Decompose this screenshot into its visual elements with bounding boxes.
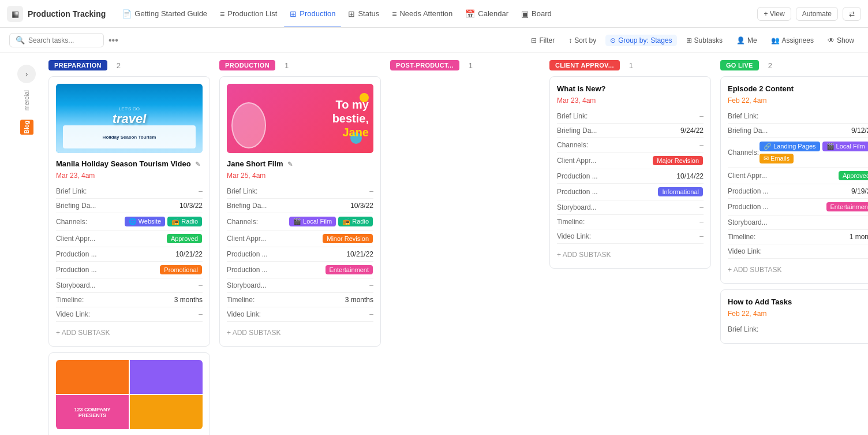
storyboard-label: Storyboard...: [557, 203, 597, 211]
tab-label: Calendar: [478, 9, 508, 18]
prod-date-value: 10/14/22: [676, 172, 704, 180]
tab-production-list[interactable]: ≡ Production List: [214, 3, 283, 24]
field-prod-date: Production ... 10/21/22: [56, 247, 203, 262]
channels-label: Channels:: [557, 141, 588, 149]
prod-date-value: 9/19/22: [851, 187, 868, 195]
automate-button[interactable]: Automate: [796, 7, 838, 21]
card-what-is-new[interactable]: What is New? Mar 23, 4am Brief Link: – B…: [549, 76, 711, 269]
assignees-button[interactable]: 👥 Assignees: [766, 35, 818, 46]
field-briefing: Briefing Da... 9/12/22: [728, 124, 868, 138]
card-title: Episode 2 Content: [728, 84, 868, 94]
tag-website: 🌐 Website: [125, 217, 166, 226]
share-button[interactable]: ⇄: [843, 7, 861, 21]
channels-label: Channels:: [227, 218, 258, 226]
tab-calendar[interactable]: 📅 Calendar: [459, 3, 514, 24]
card-123[interactable]: 123 COMPANYPRESENTS 123 Co. Team Buildin…: [48, 352, 210, 435]
field-brief: Brief Link: –: [728, 322, 868, 336]
field-storyboard: Storyboard... –: [557, 200, 704, 215]
field-briefing: Briefing Da... 9/24/22: [557, 124, 704, 138]
add-subtask[interactable]: + ADD SUBTASK: [557, 248, 704, 261]
production-badge: PRODUCTION: [219, 60, 275, 70]
video-label: Video Link:: [227, 310, 261, 318]
field-timeline: Timeline: 3 months: [227, 293, 373, 307]
sort-button[interactable]: ↕ Sort by: [564, 35, 601, 46]
production-count: 1: [285, 61, 289, 70]
card-jane[interactable]: To mybestie,Jane Jane Short Film ✎ Mar 2…: [219, 76, 381, 347]
field-channels: Channels: 🎬 Local Film 📻 Radio: [227, 213, 373, 230]
tab-status[interactable]: ⊞ Status: [342, 3, 385, 24]
briefing-value: 10/3/22: [179, 202, 203, 210]
group-button[interactable]: ⊙ Group by: Stages: [605, 35, 676, 46]
prod-date-value: 10/21/22: [175, 250, 203, 258]
view-button[interactable]: + View: [757, 7, 791, 21]
subtasks-button[interactable]: ⊞ Subtasks: [682, 35, 727, 46]
tab-label: Getting Started Guide: [134, 9, 207, 18]
field-prod-date: Production ... 10/14/22: [557, 169, 704, 184]
storyboard-label: Storyboard...: [227, 281, 267, 289]
brief-label: Brief Link:: [728, 112, 758, 120]
briefing-value: 9/24/22: [680, 127, 704, 135]
top-nav: ▦ Production Tracking 📄 Getting Started …: [0, 0, 868, 28]
field-brief: Brief Link: –: [56, 184, 203, 199]
field-timeline: Timeline: –: [557, 215, 704, 229]
tab-needs-attention[interactable]: ≡ Needs Attention: [386, 3, 458, 24]
field-client: Client Appr... Minor Revision: [227, 230, 373, 247]
img-cell-2: [130, 360, 203, 394]
channels-label: Channels:: [56, 218, 87, 226]
tab-getting-started[interactable]: 📄 Getting Started Guide: [116, 3, 213, 24]
card-title: Jane Short Film ✎: [227, 159, 373, 169]
field-brief: Brief Link: –: [227, 184, 373, 199]
search-box[interactable]: 🔍: [9, 33, 104, 47]
brief-value: –: [699, 112, 704, 120]
more-options-icon[interactable]: •••: [108, 35, 118, 46]
prod-date-value: 10/21/22: [346, 250, 373, 258]
prod-date-label: Production ...: [56, 250, 97, 258]
tab-production[interactable]: ⊞ Production: [284, 3, 341, 24]
post-count: 1: [469, 61, 473, 70]
card-manila[interactable]: LET'S GO travel — Holiday Season Tourism…: [48, 76, 210, 347]
storyboard-label: Storyboard...: [728, 218, 768, 226]
add-subtask[interactable]: + ADD SUBTASK: [227, 326, 373, 339]
preparation-badge: PREPARATION: [48, 60, 107, 70]
tag-emails: ✉ Emails: [760, 154, 794, 163]
channels-tags: 🎬 Local Film 📻 Radio: [289, 216, 373, 227]
field-channels: Channels: 🔗 Landing Pages 🎬 Local Film ✉…: [728, 138, 868, 168]
card-title: What is New?: [557, 84, 704, 94]
prod-type-label: Production ...: [227, 266, 268, 274]
briefing-label: Briefing Da...: [56, 202, 96, 210]
collapsed-column[interactable]: › mercial Blog: [9, 60, 44, 135]
sort-icon: ↕: [568, 36, 572, 44]
search-input[interactable]: [28, 36, 98, 44]
add-subtask[interactable]: + ADD SUBTASK: [56, 326, 203, 339]
me-button[interactable]: 👤 Me: [732, 35, 762, 46]
toolbar: 🔍 ••• ⊟ Filter ↕ Sort by ⊙ Group by: Sta…: [0, 28, 868, 53]
show-button[interactable]: 👁 Show: [823, 35, 859, 46]
field-briefing: Briefing Da... 10/3/22: [56, 199, 203, 213]
tag-local-film: 🎬 Local Film: [822, 142, 869, 151]
filter-button[interactable]: ⊟ Filter: [526, 35, 559, 46]
field-storyboard: Storyboard... –: [227, 278, 373, 293]
briefing-value: 10/3/22: [350, 202, 373, 210]
client-label: Client Appr...: [728, 172, 767, 180]
add-subtask[interactable]: + ADD SUBTASK: [728, 263, 868, 276]
prod-type-label: Production ...: [56, 266, 97, 274]
field-channels: Channels: –: [557, 138, 704, 153]
field-video: Video Link: –: [728, 244, 868, 259]
storyboard-label: Storyboard...: [56, 281, 96, 289]
client-label: Client Appr...: [227, 235, 266, 243]
channels-label: Channels:: [728, 148, 759, 157]
brief-value: –: [369, 187, 373, 195]
column-go-live: GO LIVE 2 Episode 2 Content Feb 22, 4am …: [720, 60, 868, 350]
video-label: Video Link:: [557, 232, 591, 240]
brief-value: –: [199, 187, 203, 195]
filter-icon: ⊟: [531, 36, 537, 44]
tab-board[interactable]: ▣ Board: [515, 3, 558, 24]
field-video: Video Link: –: [56, 307, 203, 322]
list-icon: ≡: [392, 9, 396, 18]
img-cell-3: 123 COMPANYPRESENTS: [56, 395, 129, 429]
card-episode2[interactable]: Episode 2 Content Feb 22, 4am Brief Link…: [720, 76, 868, 284]
client-label: Client Appr...: [557, 157, 596, 165]
tag-local-film: 🎬 Local Film: [289, 217, 336, 226]
card-how-to-add[interactable]: How to Add Tasks Feb 22, 4am Brief Link:…: [720, 289, 868, 344]
field-prod-date: Production ... 10/21/22: [227, 247, 373, 262]
